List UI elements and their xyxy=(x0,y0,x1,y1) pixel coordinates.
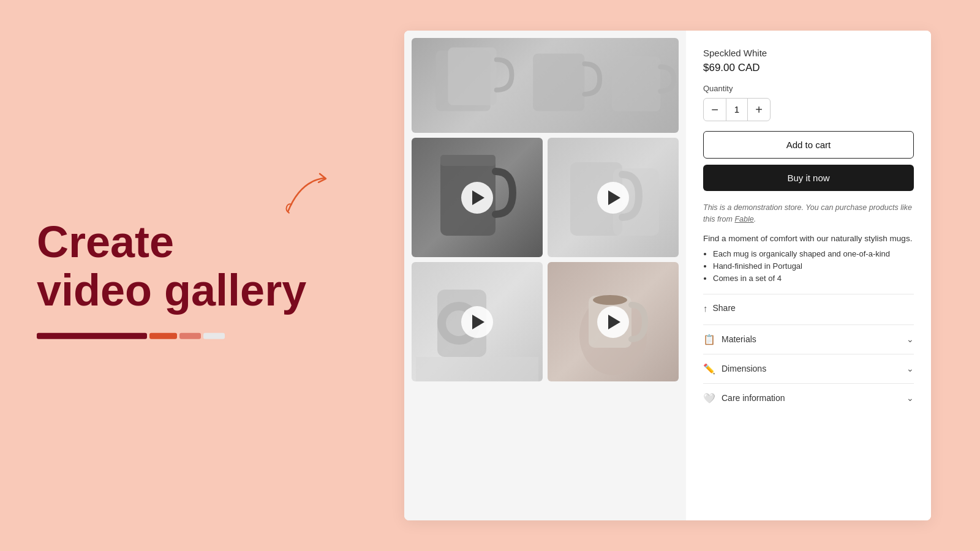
gallery-cell-hand-mug[interactable] xyxy=(548,262,679,381)
play-button-3[interactable] xyxy=(461,306,493,338)
progress-seg-1 xyxy=(37,333,147,339)
promo-title: Create video gallery xyxy=(37,218,331,315)
accordion-dimensions-label: Dimensions xyxy=(722,364,766,373)
accordion-dimensions-chevron: ⌄ xyxy=(907,364,914,373)
progress-seg-4 xyxy=(203,333,225,339)
svg-rect-2 xyxy=(533,53,584,111)
quantity-decrease-button[interactable]: − xyxy=(704,99,726,121)
progress-seg-2 xyxy=(149,333,177,339)
accordion-dimensions-left: ✏️ Dimensions xyxy=(703,363,766,375)
play-icon-4 xyxy=(608,315,620,329)
accordion-care-label: Care information xyxy=(722,393,785,403)
accordion-materials-label: Materials xyxy=(722,334,756,344)
gallery-image-top[interactable] xyxy=(412,38,679,133)
demo-notice: This is a demonstration store. You can p… xyxy=(703,202,914,225)
gallery-row-1 xyxy=(412,138,679,257)
play-button-2[interactable] xyxy=(597,182,629,214)
product-features: Each mug is organically shaped and one-o… xyxy=(703,249,914,283)
gallery-section xyxy=(404,31,686,520)
svg-rect-3 xyxy=(612,56,660,111)
accordion-dimensions[interactable]: ✏️ Dimensions ⌄ xyxy=(703,354,914,383)
share-label: Share xyxy=(713,303,736,313)
accordion-materials[interactable]: 📋 Materials ⌄ xyxy=(703,324,914,354)
promo-section: Create video gallery xyxy=(37,212,331,339)
dimensions-icon: ✏️ xyxy=(703,363,715,375)
feature-item-1: Each mug is organically shaped and one-o… xyxy=(713,249,914,258)
care-icon: 🤍 xyxy=(703,392,715,404)
feature-item-2: Hand-finished in Portugal xyxy=(713,261,914,271)
fable-link[interactable]: Fable xyxy=(734,215,753,223)
accordion-care-left: 🤍 Care information xyxy=(703,392,785,404)
buy-now-button[interactable]: Buy it now xyxy=(703,165,914,191)
quantity-stepper: − 1 + xyxy=(703,98,771,121)
mug-top-svg xyxy=(412,38,679,133)
svg-point-13 xyxy=(593,295,627,305)
product-description: Find a moment of comfort with our natura… xyxy=(703,234,914,243)
accordion-materials-left: 📋 Materials xyxy=(703,334,756,345)
gallery-cell-dark-mug[interactable] xyxy=(412,138,543,257)
share-button[interactable]: ↑ Share xyxy=(703,294,914,322)
gallery-cell-table-mug[interactable] xyxy=(412,262,543,381)
arrow-decoration xyxy=(276,169,349,224)
play-icon-3 xyxy=(472,315,484,329)
add-to-cart-button[interactable]: Add to cart xyxy=(703,131,914,159)
product-info-section: Speckled White $69.00 CAD Quantity − 1 +… xyxy=(686,31,931,520)
gallery-row-2 xyxy=(412,262,679,381)
svg-rect-5 xyxy=(440,155,496,166)
product-variant: Speckled White xyxy=(703,48,914,58)
quantity-label: Quantity xyxy=(703,84,914,93)
accordion-care-chevron: ⌄ xyxy=(907,393,914,403)
play-icon-2 xyxy=(608,190,620,205)
play-button-1[interactable] xyxy=(461,182,493,214)
materials-icon: 📋 xyxy=(703,334,715,345)
play-icon-1 xyxy=(472,190,484,205)
svg-rect-1 xyxy=(448,48,496,105)
play-button-4[interactable] xyxy=(597,306,629,338)
quantity-increase-button[interactable]: + xyxy=(748,99,770,121)
quantity-value: 1 xyxy=(726,99,748,121)
gallery-cell-light-mug[interactable] xyxy=(548,138,679,257)
progress-bar xyxy=(37,333,331,339)
accordion-materials-chevron: ⌄ xyxy=(907,334,914,344)
accordion-care-info[interactable]: 🤍 Care information ⌄ xyxy=(703,383,914,413)
product-price: $69.00 CAD xyxy=(703,62,914,74)
product-card: Speckled White $69.00 CAD Quantity − 1 +… xyxy=(404,31,931,520)
progress-seg-3 xyxy=(179,333,201,339)
svg-rect-10 xyxy=(416,357,538,381)
share-icon: ↑ xyxy=(703,303,708,313)
feature-item-3: Comes in a set of 4 xyxy=(713,274,914,283)
